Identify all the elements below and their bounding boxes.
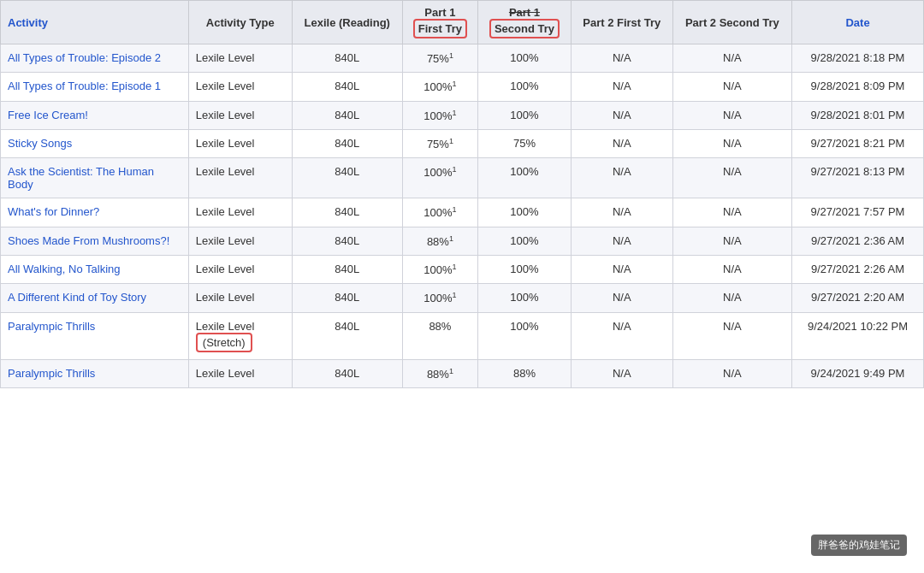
activity-cell: Paralympic Thrills (1, 312, 189, 359)
date-cell: 9/28/2021 8:09 PM (792, 73, 924, 101)
date-cell: 9/24/2021 10:22 PM (792, 312, 924, 359)
activity-type-cell: Lexile Level (188, 227, 292, 255)
date-cell: 9/27/2021 7:57 PM (792, 198, 924, 227)
activity-type-cell: Lexile Level (188, 158, 292, 198)
activity-cell: Shoes Made From Mushrooms?! (1, 227, 189, 255)
p2-second-try-cell: N/A (672, 312, 791, 359)
activity-link[interactable]: Sticky Songs (8, 137, 72, 150)
table-row: Free Ice Cream!Lexile Level840L100%1100%… (1, 101, 924, 129)
p2-first-try-cell: N/A (571, 255, 672, 283)
table-row: Paralympic ThrillsLexile Level840L88%188… (1, 359, 924, 387)
p2-second-try-cell: N/A (672, 73, 791, 101)
p1-first-try-cell: 75%1 (402, 44, 477, 73)
table-row: All Types of Trouble: Episode 1Lexile Le… (1, 73, 924, 101)
lexile-cell: 840L (292, 73, 402, 101)
activity-link[interactable]: All Types of Trouble: Episode 1 (8, 80, 161, 92)
table-row: Sticky SongsLexile Level840L75%175%N/AN/… (1, 129, 924, 157)
activity-header[interactable]: Activity (1, 1, 189, 44)
activity-sort-link[interactable]: Activity (8, 16, 48, 29)
p2-first-try-cell: N/A (571, 198, 672, 227)
p1-second-try-cell: 100% (478, 198, 572, 227)
table-row: A Different Kind of Toy StoryLexile Leve… (1, 284, 924, 312)
p1-second-try-cell: 100% (478, 227, 572, 255)
activity-cell: All Walking, No Talking (1, 255, 189, 283)
table-row: All Walking, No TalkingLexile Level840L1… (1, 255, 924, 283)
activity-cell: All Types of Trouble: Episode 2 (1, 44, 189, 73)
activity-type-cell: Lexile Level (188, 129, 292, 157)
p1-first-try-cell: 88%1 (402, 359, 477, 387)
p1-first-try-cell: 100%1 (402, 73, 477, 101)
activity-link[interactable]: Shoes Made From Mushrooms?! (8, 234, 169, 247)
p2-second-try-cell: N/A (672, 255, 791, 283)
p2-first-try-cell: N/A (571, 312, 672, 359)
lexile-cell: 840L (292, 312, 402, 359)
p2-first-try-cell: N/A (571, 101, 672, 129)
activity-type-header: Activity Type (188, 1, 292, 44)
lexile-cell: 840L (292, 101, 402, 129)
date-cell: 9/27/2021 8:13 PM (792, 158, 924, 198)
part2-first-try-header: Part 2 First Try (571, 1, 672, 44)
p2-second-try-cell: N/A (672, 359, 791, 387)
activity-type-cell: Lexile Level (188, 198, 292, 227)
lexile-cell: 840L (292, 255, 402, 283)
activity-link[interactable]: All Types of Trouble: Episode 2 (8, 51, 161, 64)
activity-link[interactable]: Paralympic Thrills (8, 320, 95, 333)
activity-cell: A Different Kind of Toy Story (1, 284, 189, 312)
table-row: Paralympic ThrillsLexile Level(Stretch)8… (1, 312, 924, 359)
date-cell: 9/27/2021 8:21 PM (792, 129, 924, 157)
activity-link[interactable]: All Walking, No Talking (8, 263, 121, 275)
part2-second-try-header: Part 2 Second Try (672, 1, 791, 44)
p1-first-try-cell: 100%1 (402, 158, 477, 198)
p1-second-try-cell: 100% (478, 73, 572, 101)
activity-cell: Free Ice Cream! (1, 101, 189, 129)
p2-second-try-cell: N/A (672, 129, 791, 157)
activity-link[interactable]: Ask the Scientist: The Human Body (8, 165, 154, 191)
activity-link[interactable]: What's for Dinner? (8, 205, 99, 218)
activity-cell: Sticky Songs (1, 129, 189, 157)
lexile-cell: 840L (292, 227, 402, 255)
activity-type-cell: Lexile Level (188, 284, 292, 312)
p1-second-try-cell: 100% (478, 312, 572, 359)
activity-type-cell: Lexile Level (188, 255, 292, 283)
p1-second-try-cell: 75% (478, 129, 572, 157)
part1-second-try-header: Part 1 Second Try (478, 1, 572, 44)
p1-first-try-cell: 100%1 (402, 255, 477, 283)
activity-type-cell: Lexile Level (188, 73, 292, 101)
table-row: All Types of Trouble: Episode 2Lexile Le… (1, 44, 924, 73)
date-cell: 9/28/2021 8:18 PM (792, 44, 924, 73)
activity-cell: Ask the Scientist: The Human Body (1, 158, 189, 198)
p2-first-try-cell: N/A (571, 227, 672, 255)
lexile-cell: 840L (292, 284, 402, 312)
p1-first-try-cell: 100%1 (402, 198, 477, 227)
date-cell: 9/27/2021 2:26 AM (792, 255, 924, 283)
lexile-cell: 840L (292, 158, 402, 198)
p2-first-try-cell: N/A (571, 129, 672, 157)
p2-second-try-cell: N/A (672, 227, 791, 255)
p1-first-try-cell: 88%1 (402, 227, 477, 255)
p2-second-try-cell: N/A (672, 44, 791, 73)
activity-link[interactable]: Paralympic Thrills (8, 367, 95, 380)
date-sort-link[interactable]: Date (845, 16, 869, 29)
date-header[interactable]: Date (792, 1, 924, 44)
activity-type-cell: Lexile Level (188, 44, 292, 73)
p1-second-try-cell: 100% (478, 44, 572, 73)
table-row: Ask the Scientist: The Human BodyLexile … (1, 158, 924, 198)
p2-second-try-cell: N/A (672, 101, 791, 129)
activity-link[interactable]: A Different Kind of Toy Story (8, 291, 146, 304)
date-cell: 9/27/2021 2:36 AM (792, 227, 924, 255)
activity-type-cell: Lexile Level(Stretch) (188, 312, 292, 359)
p2-first-try-cell: N/A (571, 44, 672, 73)
lexile-cell: 840L (292, 129, 402, 157)
p2-second-try-cell: N/A (672, 198, 791, 227)
p1-first-try-cell: 100%1 (402, 101, 477, 129)
p1-second-try-cell: 100% (478, 255, 572, 283)
p2-first-try-cell: N/A (571, 158, 672, 198)
p2-first-try-cell: N/A (571, 73, 672, 101)
p2-first-try-cell: N/A (571, 284, 672, 312)
table-row: What's for Dinner?Lexile Level840L100%11… (1, 198, 924, 227)
p1-second-try-cell: 100% (478, 101, 572, 129)
activity-type-cell: Lexile Level (188, 101, 292, 129)
lexile-cell: 840L (292, 359, 402, 387)
p2-second-try-cell: N/A (672, 158, 791, 198)
activity-link[interactable]: Free Ice Cream! (8, 109, 88, 121)
